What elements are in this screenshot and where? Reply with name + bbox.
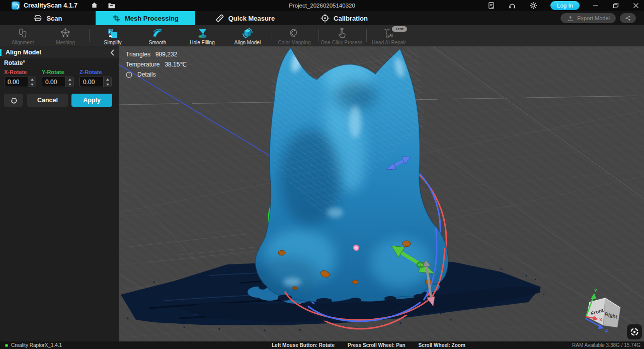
panel-title: Align Model [6, 49, 41, 56]
share-icon [624, 15, 631, 22]
toolbar-item-label: Color Mapping [272, 40, 317, 45]
y-axis-label: Y [594, 288, 597, 293]
z-rotate-field [79, 77, 112, 87]
triangles-value: 989,232 [155, 51, 177, 58]
login-button[interactable]: Log In [550, 1, 580, 10]
y-rotate-stepper [65, 77, 73, 87]
y-rotate-label: Y-Rotate [42, 69, 64, 75]
mesh-processing-icon [112, 14, 121, 23]
smooth-icon [151, 27, 164, 39]
title-bar: CrealityScan 4.1.7 Project_2026020514032… [0, 0, 644, 11]
temperature-value: 38.15℃ [165, 61, 187, 68]
alignment-icon [17, 27, 29, 39]
hole-filling-icon [196, 27, 208, 39]
toolbar-item-label: Hole Filling [180, 40, 225, 45]
crealityscan-window: CrealityScan 4.1.7 Project_2026020514032… [0, 0, 644, 349]
device-online-dot [5, 344, 8, 347]
mesh-toolbar: Alignment Meshing Simplify Smooth Hole F… [0, 25, 644, 46]
reset-icon [10, 97, 18, 104]
share-button [620, 13, 636, 23]
z-rotate-input[interactable] [80, 77, 105, 87]
panel-header: Align Model [0, 46, 119, 58]
step-down-icon[interactable] [104, 82, 111, 87]
toolbar-item-label: One-Click Process [319, 40, 364, 45]
panel-accent-bar [0, 49, 2, 56]
collapse-panel-icon[interactable] [110, 49, 115, 56]
hint-pan: Press Scroll Wheel: Pan [348, 342, 406, 348]
triangles-row: Triangles 989,232 [126, 49, 187, 59]
x-rotate-stepper [28, 77, 36, 87]
export-model-label: Export Model [577, 15, 610, 21]
3d-scene-canvas[interactable]: Front Right Y X Z [119, 46, 644, 341]
toolbar-item-align-model[interactable]: Align Model [225, 26, 270, 45]
quick-measure-icon [215, 14, 224, 23]
toolbar-item-alignment: Alignment [0, 26, 45, 45]
apply-button[interactable]: Apply [71, 94, 112, 107]
status-bar: Creality RaptorX_1.4.1 Left Mouse Button… [0, 341, 644, 349]
color-mapping-icon [288, 27, 300, 39]
step-up-icon[interactable] [66, 77, 73, 82]
settings-gear-icon[interactable] [529, 2, 537, 10]
toolbar-item-label: Align Model [225, 40, 270, 45]
reset-rotation-button[interactable] [4, 94, 23, 107]
tab-quick-measure[interactable]: Quick Measure [195, 11, 295, 25]
align-model-icon [242, 27, 254, 39]
tab-label: Mesh Processing [125, 15, 179, 22]
details-label: Details [137, 71, 156, 78]
align-model-panel: Align Model Rotate° X-Rotate Y-Rotate Z-… [0, 46, 119, 341]
x-axis-label: X [599, 317, 602, 322]
cancel-button[interactable]: Cancel [27, 94, 68, 107]
mode-tab-bar: Scan Mesh Processing Quick Measure Calib… [0, 11, 644, 25]
export-model-button: Export Model [560, 13, 616, 23]
tab-scan[interactable]: Scan [0, 11, 96, 25]
z-rotate-stepper [103, 77, 111, 87]
toolbar-item-label: Head AI Repair [366, 40, 412, 45]
support-headset-icon[interactable] [508, 2, 516, 10]
toolbar-item-smooth[interactable]: Smooth [135, 26, 180, 45]
toolbar-item-color-mapping: Color Mapping [272, 26, 317, 45]
tab-calibration[interactable]: Calibration [295, 11, 393, 25]
step-down-icon[interactable] [66, 82, 73, 87]
report-icon[interactable] [488, 2, 495, 10]
step-down-icon[interactable] [28, 82, 36, 87]
simplify-icon [107, 27, 119, 39]
x-rotate-label: X-Rotate [4, 69, 27, 75]
test-badge: Test [392, 26, 407, 32]
meshing-icon [59, 27, 71, 39]
fit-view-button[interactable] [627, 324, 642, 339]
toolbar-item-simplify[interactable]: Simplify [90, 26, 135, 45]
details-row[interactable]: Details [126, 69, 187, 80]
y-rotate-field [42, 77, 74, 87]
hint-zoom: Scroll Wheel: Zoom [419, 342, 465, 348]
step-up-icon[interactable] [104, 77, 111, 82]
mouse-hints: Left Mouse Button: Rotate Press Scroll W… [272, 342, 465, 348]
calibration-icon [320, 14, 330, 23]
toolbar-divider [89, 29, 90, 42]
x-rotate-input[interactable] [5, 77, 30, 87]
tab-mesh-processing[interactable]: Mesh Processing [96, 11, 195, 25]
svg-text:AI: AI [389, 34, 393, 37]
toolbar-item-one-click-process: One-Click Process [319, 26, 364, 45]
maximize-button[interactable] [613, 3, 620, 9]
hint-rotate: Left Mouse Button: Rotate [272, 342, 335, 348]
tab-label: Quick Measure [228, 15, 275, 22]
temperature-row: Temperature 38.15℃ [126, 59, 187, 69]
step-up-icon[interactable] [28, 77, 36, 82]
close-button[interactable] [633, 3, 640, 9]
export-icon [567, 15, 574, 22]
info-icon [126, 72, 132, 78]
z-axis-label: Z [605, 328, 608, 333]
tab-label: Calibration [334, 15, 368, 22]
scan-icon [33, 14, 42, 23]
minimize-button[interactable] [593, 3, 600, 9]
one-click-process-icon [336, 27, 348, 39]
scanned-cat-model[interactable] [248, 47, 448, 304]
x-rotate-field [4, 77, 36, 87]
toolbar-item-hole-filling[interactable]: Hole Filling [180, 26, 225, 45]
model-stats-overlay: Triangles 989,232 Temperature 38.15℃ Det… [126, 49, 187, 80]
y-rotate-input[interactable] [42, 77, 67, 87]
3d-viewport[interactable]: Front Right Y X Z Triangles 989,232 Temp… [119, 46, 644, 341]
device-name: Creality RaptorX_1.4.1 [11, 342, 62, 348]
triangles-label: Triangles [126, 51, 150, 58]
toolbar-item-label: Simplify [90, 40, 135, 45]
